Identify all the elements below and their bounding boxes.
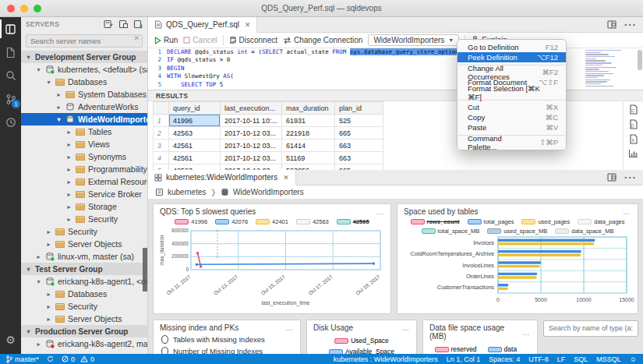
grid-cell[interactable]: 2017-10-12 03... xyxy=(221,164,282,171)
tree-item-service-broker[interactable]: ▸Service Broker xyxy=(21,188,147,200)
tree-item-linux-vm-master-sa[interactable]: ▸ linux-vm, master (sa) xyxy=(21,250,147,263)
status-indentation[interactable]: Spaces: 4 xyxy=(489,355,520,363)
tree-item-databases[interactable]: ▸Databases xyxy=(21,288,147,300)
grid-cell[interactable]: 61414 xyxy=(281,140,334,152)
explorer-icon[interactable] xyxy=(0,43,21,62)
tree-item-security[interactable]: ▸Security xyxy=(21,213,147,225)
more-actions-icon[interactable]: ⋯ xyxy=(624,17,636,32)
new-server-group-icon[interactable] xyxy=(118,19,128,29)
column-header-rownum[interactable] xyxy=(154,102,169,115)
tree-item-server-objects[interactable]: ▸Server Objects xyxy=(21,313,147,325)
grid-cell[interactable]: 42561 xyxy=(169,140,221,152)
column-header-last-execution[interactable]: last_execution... xyxy=(221,102,282,115)
menu-item-peek-definition[interactable]: Peek Definition⌥F12 xyxy=(458,52,566,62)
legend-item-total-space-mb[interactable]: total_space_MB xyxy=(422,228,480,235)
grid-cell[interactable]: 61931 xyxy=(281,115,334,127)
object-search-input[interactable] xyxy=(543,320,638,337)
split-editor-icon[interactable] xyxy=(607,20,617,29)
disconnect-button[interactable]: Disconnect xyxy=(229,36,277,44)
tree-item-synonyms[interactable]: ▸Synonyms xyxy=(21,150,147,163)
legend-item-42076[interactable]: 42076 xyxy=(215,218,248,225)
tree-item-adventureworks[interactable]: ▸ AdventureWorks xyxy=(21,101,147,113)
grid-cell[interactable]: 51169 xyxy=(281,152,334,164)
tree-item-production-server-group[interactable]: ▾Production Server Group xyxy=(21,325,147,337)
grid-cell[interactable]: 665 xyxy=(334,127,383,140)
code-line[interactable]: 3BEGIN xyxy=(148,65,643,72)
grid-cell[interactable]: 663 xyxy=(334,140,383,152)
server-search-input[interactable] xyxy=(26,34,143,48)
tree-item-views[interactable]: ▸Views xyxy=(21,138,147,150)
code-line[interactable]: 4WITH SlowestQry AS( xyxy=(148,72,643,80)
tree-item-server-objects[interactable]: ▸Server Objects xyxy=(21,238,147,250)
status-cursor-position[interactable]: Ln 1, Col 1 xyxy=(447,355,481,363)
grid-cell[interactable]: 2017-10-11 10:... xyxy=(221,115,282,127)
menu-item-command-palette[interactable]: Command Palette...⇧⌘P xyxy=(458,137,566,147)
card-menu-icon[interactable]: … xyxy=(401,323,410,332)
legend-item-total-pages[interactable]: total_pages xyxy=(468,218,514,225)
tree-item-erickang-k8s-agent2-master-sa[interactable]: ▸ erickang-k8s-agent2, master (sa) xyxy=(21,337,147,350)
sync-item[interactable] xyxy=(47,355,54,362)
grid-cell[interactable]: 665 xyxy=(334,164,383,171)
code-line[interactable]: 1DECLARE @qds_status int = (SELECT actua… xyxy=(148,48,643,56)
legend-item-42563[interactable]: 42563 xyxy=(296,218,329,225)
grid-cell[interactable]: 41996 xyxy=(169,115,221,127)
save-json-icon[interactable]: {} xyxy=(629,119,638,129)
grid-cell[interactable]: 1 xyxy=(154,115,169,127)
change-connection-button[interactable]: Change Connection xyxy=(283,36,362,44)
status-provider[interactable]: MSSQL xyxy=(596,355,621,363)
legend-item-used-space-mb[interactable]: used_space_MB xyxy=(487,228,547,235)
column-header-query-id[interactable]: query_id xyxy=(169,102,221,115)
column-header-max-duration[interactable]: max_duration xyxy=(281,102,334,115)
status-encoding[interactable]: UTF-8 xyxy=(528,355,549,363)
split-editor-icon[interactable] xyxy=(607,173,617,182)
search-icon[interactable] xyxy=(0,66,21,85)
tree-item-system-databases[interactable]: ▸System Databases xyxy=(21,88,147,101)
active-connections-icon[interactable] xyxy=(133,19,143,29)
legend-item-data-space-mb[interactable]: data_space_MB xyxy=(555,228,613,235)
legend-item-41996[interactable]: 41996 xyxy=(175,218,207,225)
code-line[interactable]: 5 SELECT TOP 5 xyxy=(148,81,643,89)
feedback-smiley-icon[interactable]: ☺ xyxy=(630,355,637,363)
legend-item-data[interactable]: data xyxy=(488,345,526,353)
legend-item-42401[interactable]: 42401 xyxy=(256,218,288,225)
tree-item-tables[interactable]: ▸Tables xyxy=(21,125,147,138)
legend-item-data-pages[interactable]: data_pages xyxy=(578,218,624,225)
card-menu-icon[interactable]: … xyxy=(623,207,631,216)
legend-item-reserved[interactable]: reserved xyxy=(435,345,477,353)
task-history-icon[interactable] xyxy=(0,113,21,132)
menu-item-cut[interactable]: Cut⌘X xyxy=(458,102,566,112)
status-language[interactable]: SQL xyxy=(574,355,588,363)
git-branch-item[interactable]: master* xyxy=(6,355,39,363)
grid-cell[interactable]: 2017-10-12 03... xyxy=(221,127,282,140)
save-csv-icon[interactable]: C xyxy=(629,104,638,115)
grid-cell[interactable]: 42563 xyxy=(169,127,221,140)
menu-item-copy[interactable]: Copy⌘C xyxy=(458,112,566,122)
connections-icon[interactable] xyxy=(0,19,21,38)
run-button[interactable]: Run xyxy=(154,36,178,44)
grid-cell[interactable]: 2 xyxy=(154,127,169,140)
minimap[interactable] xyxy=(585,50,635,87)
source-control-icon[interactable]: 1 xyxy=(0,90,21,108)
grid-cell[interactable]: 4 xyxy=(154,152,169,164)
code-line[interactable]: 2IF @qds_status > 0 xyxy=(148,56,643,64)
code-editor[interactable]: 1DECLARE @qds_status int = (SELECT actua… xyxy=(148,48,643,90)
grid-cell[interactable]: 663 xyxy=(334,152,383,164)
card-menu-icon[interactable]: … xyxy=(285,323,294,332)
grid-cell[interactable]: 42561 xyxy=(169,152,221,164)
view-chart-icon[interactable] xyxy=(628,149,638,158)
grid-cell[interactable]: 2017-10-12 03... xyxy=(221,152,282,164)
tree-item-databases[interactable]: ▾Databases xyxy=(21,76,147,88)
close-tab-icon[interactable]: ✕ xyxy=(283,174,289,182)
legend-item-used-space[interactable]: Used_Space xyxy=(334,337,389,345)
legend-item-rows-count[interactable]: rows_count xyxy=(411,218,460,225)
status-eol[interactable]: LF xyxy=(557,355,566,363)
close-tab-icon[interactable]: ✕ xyxy=(245,21,251,29)
tab-dashboard[interactable]: kubernetes:WideWorldImporters ✕ xyxy=(148,170,296,186)
menu-item-format-selection-k-f[interactable]: Format Selection [⌘K ⌘F] xyxy=(458,87,566,97)
tree-item-kubernetes-default-sa[interactable]: ▾ kubernetes, <default> (sa) xyxy=(21,63,147,76)
tree-item-wideworldimporters[interactable]: ▾ WideWorldImporters xyxy=(21,113,147,125)
tree-item-external-resources[interactable]: ▸External Resources xyxy=(21,175,147,188)
tree-item-security[interactable]: ▸Security xyxy=(21,225,147,238)
save-excel-icon[interactable]: X xyxy=(629,134,638,144)
legend-item-available-space[interactable]: Available_Space xyxy=(329,348,394,354)
